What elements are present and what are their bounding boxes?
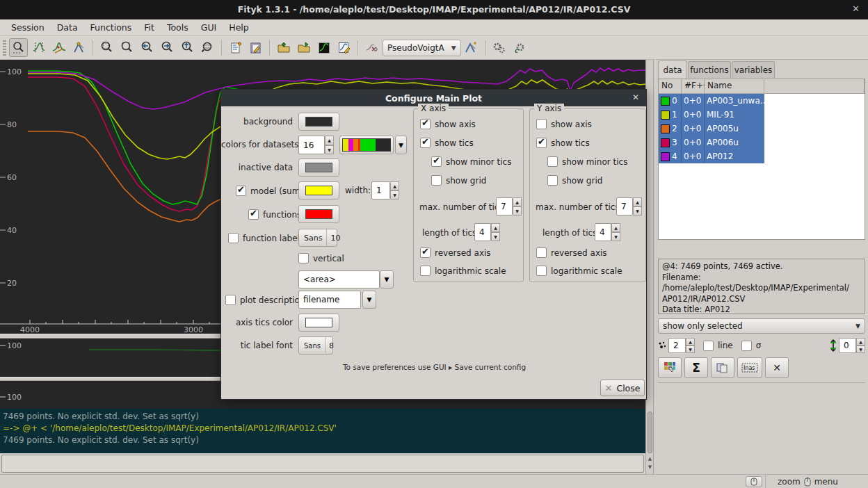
dataset-color-chip[interactable] xyxy=(661,111,670,120)
point-size-spinner[interactable]: ▲▼ xyxy=(686,338,695,353)
mouse-config-button[interactable] xyxy=(746,476,762,487)
y-tic-length-input[interactable]: 4 xyxy=(595,223,611,241)
x-reversed-checkbox[interactable] xyxy=(420,247,431,258)
menu-functions[interactable]: Functions xyxy=(85,20,138,35)
function-labels-checkbox[interactable] xyxy=(228,233,239,243)
show-filter-select[interactable]: show only selected ▼ xyxy=(658,318,865,334)
zoom-mode-icon[interactable] xyxy=(9,38,28,57)
function-type-select[interactable]: PseudoVoigtA ▼ xyxy=(383,40,461,56)
menu-gui[interactable]: GUI xyxy=(195,20,223,35)
dataset-color-chip[interactable] xyxy=(661,124,670,133)
command-input[interactable] xyxy=(1,455,644,473)
dataset-color-chip[interactable] xyxy=(661,138,670,147)
y-show-minor-tics-checkbox[interactable] xyxy=(547,156,558,167)
col-header-ff[interactable]: #F+# xyxy=(682,79,705,94)
tab-variables[interactable]: variables xyxy=(732,61,775,78)
menu-data[interactable]: Data xyxy=(51,20,83,35)
line-checkbox[interactable] xyxy=(703,341,714,351)
x-show-tics-checkbox[interactable] xyxy=(420,138,431,148)
menu-tools[interactable]: Tools xyxy=(161,20,194,35)
table-row[interactable]: 1 0+0 MIL-91 xyxy=(659,108,764,122)
x-show-grid-checkbox[interactable] xyxy=(431,175,442,186)
exec-script-icon[interactable] xyxy=(294,38,313,57)
zoom-in-icon[interactable] xyxy=(97,38,116,57)
function-labels-font-button[interactable]: Sans 10 xyxy=(298,229,337,247)
scroll-down-icon[interactable]: ▼ xyxy=(646,464,654,470)
table-row[interactable]: 0 0+0 AP003_unwa... xyxy=(659,94,764,108)
y-show-grid-checkbox[interactable] xyxy=(547,175,558,186)
dataset-colors-button[interactable] xyxy=(658,357,682,378)
dataset-color-chip[interactable] xyxy=(661,97,670,106)
data-transform-icon[interactable] xyxy=(362,38,381,57)
label-content-dropdown-button[interactable]: ▼ xyxy=(380,270,394,288)
axis-tics-color-button[interactable] xyxy=(298,314,339,332)
zoom-all-icon[interactable] xyxy=(198,38,217,57)
copy-data-button[interactable] xyxy=(711,357,734,378)
scrollbar-thumb[interactable] xyxy=(648,412,652,453)
menu-session[interactable]: Session xyxy=(6,20,50,35)
rename-button[interactable]: Inas xyxy=(737,357,762,378)
edit-init-icon[interactable] xyxy=(246,38,265,57)
plot-description-checkbox[interactable] xyxy=(225,295,236,305)
tic-label-font-button[interactable]: Sans 8 xyxy=(298,336,333,355)
x-max-tics-input[interactable]: 7 xyxy=(496,197,513,215)
export-plot-icon[interactable] xyxy=(335,38,353,57)
session-log-icon[interactable] xyxy=(226,38,245,57)
sigma-checkbox[interactable] xyxy=(741,341,752,351)
zoom-prev-icon[interactable] xyxy=(138,38,156,57)
col-header-name[interactable]: Name xyxy=(705,79,764,94)
dataset-color-chip[interactable] xyxy=(661,152,670,161)
sum-button[interactable]: Σ xyxy=(684,357,708,378)
palette-preview-button[interactable] xyxy=(339,136,394,154)
x-tic-length-input[interactable]: 4 xyxy=(474,223,491,241)
zoom-vert-icon[interactable] xyxy=(178,38,197,57)
y-log-scale-checkbox[interactable] xyxy=(536,266,547,276)
shift-input[interactable]: 0 xyxy=(839,338,856,353)
open-session-icon[interactable] xyxy=(274,38,293,57)
palette-dropdown-button[interactable]: ▼ xyxy=(395,136,407,154)
x-show-minor-tics-checkbox[interactable] xyxy=(431,156,442,167)
y-show-axis-checkbox[interactable] xyxy=(536,119,547,129)
console-output[interactable]: 7469 points. No explicit std. dev. Set a… xyxy=(0,409,645,453)
add-function-icon[interactable] xyxy=(463,38,481,57)
label-content-select[interactable]: <area> xyxy=(298,270,380,288)
shift-spinner[interactable]: ▲▼ xyxy=(856,338,865,353)
dialog-close-icon[interactable]: ✕ xyxy=(632,92,639,102)
background-color-button[interactable] xyxy=(298,113,339,131)
x-show-axis-checkbox[interactable] xyxy=(420,119,431,129)
dataset-colors-count-input[interactable]: 16 xyxy=(298,136,325,154)
functions-color-button[interactable] xyxy=(298,205,339,223)
x-tic-length-spinner[interactable]: ▲▼ xyxy=(491,223,500,241)
scroll-up-icon[interactable]: ▲ xyxy=(646,456,654,462)
y-max-tics-spinner[interactable]: ▲▼ xyxy=(633,197,642,215)
menu-help[interactable]: Help xyxy=(223,20,255,35)
add-peak-mode-icon[interactable] xyxy=(49,38,68,57)
x-log-scale-checkbox[interactable] xyxy=(420,266,431,276)
zoom-out-icon[interactable] xyxy=(118,38,136,57)
model-sum-checkbox[interactable] xyxy=(236,186,246,196)
add-point-mode-icon[interactable] xyxy=(70,38,88,57)
col-header-no[interactable]: No xyxy=(659,79,682,94)
table-row[interactable]: 2 0+0 AP005u xyxy=(659,122,764,136)
model-width-input[interactable]: 1 xyxy=(371,181,390,200)
table-row[interactable]: 4 0+0 AP012 xyxy=(659,149,764,163)
model-width-spinner[interactable]: ▲▼ xyxy=(390,181,399,200)
plot-description-select[interactable]: filename xyxy=(298,291,361,309)
y-max-tics-input[interactable]: 7 xyxy=(616,197,633,215)
y-show-tics-checkbox[interactable] xyxy=(536,138,547,148)
close-button[interactable]: ✕ Close xyxy=(600,380,645,396)
x-max-tics-spinner[interactable]: ▲▼ xyxy=(513,197,522,215)
y-tic-length-spinner[interactable]: ▲▼ xyxy=(611,223,620,241)
tab-functions[interactable]: functions xyxy=(688,61,731,78)
point-size-input[interactable]: 2 xyxy=(668,338,686,353)
y-reversed-checkbox[interactable] xyxy=(536,247,547,258)
data-range-mode-icon[interactable] xyxy=(29,38,48,57)
dataset-colors-count-spinner[interactable]: ▲▼ xyxy=(325,136,334,154)
window-titlebar[interactable]: Fityk 1.3.1 - /home/aleplo/test/Desktop/… xyxy=(0,0,868,19)
save-image-icon[interactable] xyxy=(314,38,333,57)
fit-undo-icon[interactable] xyxy=(511,38,529,57)
zoom-next-icon[interactable] xyxy=(158,38,177,57)
model-color-button[interactable] xyxy=(298,181,339,200)
plot-description-dropdown-button[interactable]: ▼ xyxy=(362,291,376,309)
tab-data[interactable]: data xyxy=(658,60,687,79)
